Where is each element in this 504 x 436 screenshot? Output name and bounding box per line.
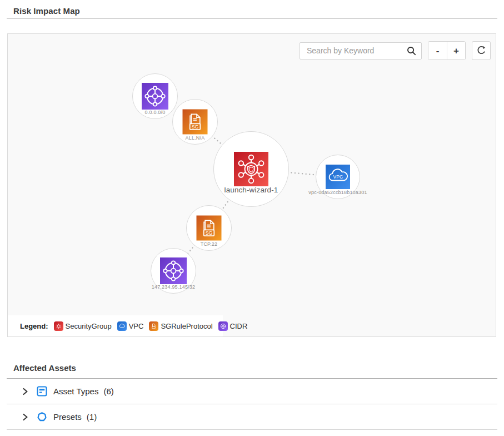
svg-text:SG: SG [192,124,199,130]
legend-item-sg-rule-protocol: SGRuleProtocol [149,321,212,331]
vpc-icon [117,321,127,331]
vpc-icon: VPC [326,165,350,189]
sg-rule-protocol-icon: SG [183,110,208,135]
svg-text:VPC: VPC [333,174,343,180]
presets-icon [36,411,48,423]
graph-node-sg-rule-tcp22[interactable]: SG TCP.22 [186,205,232,251]
affected-assets-section: Affected Assets Asset Types (6) [7,359,497,430]
node-label: launch-wizard-1 [224,186,278,194]
zoom-in-button[interactable]: + [447,42,465,60]
search-box [300,42,422,60]
legend-item-cidr: CIDR [218,321,248,331]
legend-item-security-group: SecurityGroup [54,321,112,331]
graph-node-vpc[interactable]: VPC vpc-0da52ccb18b10a301 [316,155,360,199]
graph-node-cidr-any[interactable]: 0.0.0.0/0 [132,73,178,119]
asset-row-presets[interactable]: Presets (1) [7,404,497,430]
chevron-right-icon[interactable] [21,388,29,395]
asset-row-count: (1) [87,412,97,422]
node-label: 0.0.0.0/0 [145,110,166,115]
security-group-icon [234,152,268,186]
legend-title: Legend: [20,322,48,330]
graph-node-cidr-host[interactable]: 147.234.95.145/32 [151,248,196,294]
chevron-right-icon[interactable] [21,413,29,421]
legend-label: CIDR [230,322,248,330]
legend-item-vpc: VPC [117,321,144,331]
asset-row-label: Asset Types [53,387,98,396]
refresh-icon [476,44,487,57]
graph-node-sg-rule-all[interactable]: SG ALL.N/A [172,99,218,145]
affected-assets-title: Affected Assets [7,359,497,379]
map-toolbar: - + [300,41,491,60]
title-divider [7,18,497,19]
node-label: ALL.N/A [186,135,205,141]
zoom-out-button[interactable]: - [428,42,447,60]
cidr-icon [160,257,187,284]
security-group-icon [54,321,63,331]
asset-row-asset-types[interactable]: Asset Types (6) [7,379,497,404]
zoom-controls: - + [428,41,466,60]
sg-rule-protocol-icon [149,321,158,331]
search-icon[interactable] [406,46,417,58]
legend-label: VPC [129,322,144,330]
legend-label: SGRuleProtocol [161,322,212,330]
node-label: TCP.22 [201,241,218,247]
cidr-icon [218,321,228,331]
svg-text:SG: SG [206,230,213,236]
risk-impact-map-canvas[interactable]: - + 0.0.0.0/0 [7,33,496,337]
refresh-button[interactable] [472,41,491,60]
search-input[interactable] [300,42,422,60]
node-label: 147.234.95.145/32 [152,284,195,290]
node-label: vpc-0da52ccb18b10a301 [308,190,367,195]
cidr-icon [142,83,168,110]
asset-row-label: Presets [53,412,82,422]
asset-types-icon [36,385,48,397]
map-legend: Legend: SecurityGroup VP [8,315,223,336]
asset-row-count: (6) [103,387,113,396]
graph-node-security-group-main[interactable]: launch-wizard-1 [213,131,289,207]
sg-rule-protocol-icon: SG [197,216,222,241]
legend-label: SecurityGroup [66,322,112,330]
page-title: Risk Impact Map [13,6,80,16]
